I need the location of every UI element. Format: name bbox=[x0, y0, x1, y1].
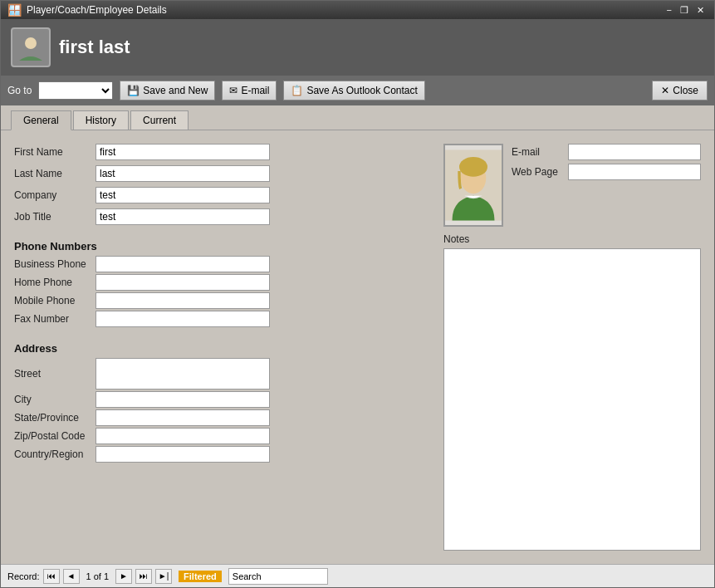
status-bar: Record: ⏮ ◄ 1 of 1 ► ⏭ ►| Filtered bbox=[1, 564, 714, 587]
street-row: Street bbox=[14, 358, 430, 390]
last-name-label: Last Name bbox=[14, 168, 89, 179]
header-icon bbox=[11, 27, 51, 67]
record-info: 1 of 1 bbox=[86, 571, 110, 581]
fax-label: Fax Number bbox=[14, 313, 89, 325]
svg-point-4 bbox=[459, 157, 487, 177]
save-and-new-button[interactable]: 💾 Save and New bbox=[120, 81, 215, 100]
address-section: Address Street City State/Province Zip/P… bbox=[14, 336, 430, 464]
email-web-group: E-mail Web Page bbox=[512, 144, 701, 184]
tabs-bar: General History Current bbox=[1, 105, 714, 130]
prev-record-button[interactable]: ◄ bbox=[63, 569, 80, 584]
header: first last bbox=[1, 19, 714, 76]
company-input[interactable] bbox=[95, 187, 270, 203]
street-input[interactable] bbox=[95, 358, 270, 390]
mobile-phone-row: Mobile Phone bbox=[14, 292, 430, 309]
tab-general[interactable]: General bbox=[11, 110, 71, 130]
home-phone-label: Home Phone bbox=[14, 277, 89, 288]
first-record-button[interactable]: ⏮ bbox=[43, 569, 60, 584]
toolbar: Go to 💾 Save and New ✉ E-mail 📋 Save As … bbox=[1, 76, 714, 105]
outlook-icon: 📋 bbox=[291, 85, 303, 96]
photo-area bbox=[443, 144, 503, 227]
email-input[interactable] bbox=[568, 144, 701, 160]
last-name-row: Last Name bbox=[14, 165, 430, 182]
city-label: City bbox=[14, 394, 89, 405]
notes-section: Notes bbox=[443, 233, 701, 551]
first-name-input[interactable] bbox=[95, 144, 270, 160]
zip-label: Zip/Postal Code bbox=[14, 430, 89, 442]
content-area: First Name Last Name Company Job Title bbox=[1, 130, 714, 564]
close-window-button[interactable]: ✕ bbox=[693, 5, 708, 16]
phone-section: Phone Numbers Business Phone Home Phone … bbox=[14, 233, 430, 329]
webpage-input[interactable] bbox=[568, 164, 701, 180]
address-section-title: Address bbox=[14, 342, 430, 355]
company-label: Company bbox=[14, 189, 89, 201]
new-record-button[interactable]: ►| bbox=[155, 569, 172, 584]
save-as-outlook-button[interactable]: 📋 Save As Outlook Contact bbox=[283, 81, 424, 100]
phone-section-title: Phone Numbers bbox=[14, 240, 430, 252]
restore-button[interactable]: ❒ bbox=[677, 5, 692, 16]
close-icon: ✕ bbox=[661, 85, 669, 96]
business-phone-label: Business Phone bbox=[14, 258, 89, 270]
basic-info-group: First Name Last Name Company Job Title bbox=[14, 144, 430, 227]
city-input[interactable] bbox=[95, 391, 270, 408]
next-record-button[interactable]: ► bbox=[115, 569, 132, 584]
job-title-input[interactable] bbox=[95, 208, 270, 225]
country-row: Country/Region bbox=[14, 446, 430, 463]
fax-input[interactable] bbox=[95, 311, 270, 327]
mobile-phone-input[interactable] bbox=[95, 292, 270, 309]
webpage-row: Web Page bbox=[512, 164, 701, 180]
state-input[interactable] bbox=[95, 409, 270, 426]
right-panel: E-mail Web Page Notes bbox=[443, 144, 701, 551]
mobile-phone-label: Mobile Phone bbox=[14, 295, 89, 306]
email-row: E-mail bbox=[512, 144, 701, 160]
fax-row: Fax Number bbox=[14, 311, 430, 327]
street-label: Street bbox=[14, 368, 89, 380]
state-label: State/Province bbox=[14, 412, 89, 424]
left-panel: First Name Last Name Company Job Title bbox=[14, 144, 430, 551]
title-bar-left: 🪟 Player/Coach/Employee Details bbox=[7, 3, 167, 17]
top-right-area: E-mail Web Page bbox=[443, 144, 701, 227]
notes-input[interactable] bbox=[443, 248, 701, 551]
window-title: Player/Coach/Employee Details bbox=[27, 4, 167, 16]
email-label: E-mail bbox=[512, 146, 561, 158]
search-input[interactable] bbox=[228, 568, 328, 585]
last-record-button[interactable]: ⏭ bbox=[135, 569, 152, 584]
webpage-label: Web Page bbox=[512, 166, 561, 178]
close-button[interactable]: ✕ Close bbox=[652, 81, 708, 100]
city-row: City bbox=[14, 391, 430, 408]
goto-label: Go to bbox=[7, 85, 32, 96]
record-title: first last bbox=[59, 37, 130, 58]
save-and-new-icon: 💾 bbox=[127, 85, 140, 96]
record-label: Record: bbox=[7, 571, 40, 581]
state-row: State/Province bbox=[14, 409, 430, 426]
job-title-row: Job Title bbox=[14, 208, 430, 225]
home-phone-input[interactable] bbox=[95, 274, 270, 291]
first-name-label: First Name bbox=[14, 146, 89, 158]
zip-row: Zip/Postal Code bbox=[14, 428, 430, 444]
business-phone-input[interactable] bbox=[95, 256, 270, 272]
job-title-label: Job Title bbox=[14, 211, 89, 223]
email-button[interactable]: ✉ E-mail bbox=[222, 81, 277, 100]
main-window: 🪟 Player/Coach/Employee Details − ❒ ✕ fi… bbox=[0, 0, 715, 588]
zip-input[interactable] bbox=[95, 428, 270, 444]
title-bar: 🪟 Player/Coach/Employee Details − ❒ ✕ bbox=[1, 1, 714, 19]
svg-point-1 bbox=[25, 37, 37, 49]
filtered-badge: Filtered bbox=[179, 571, 222, 582]
title-bar-controls: − ❒ ✕ bbox=[664, 5, 708, 16]
goto-dropdown[interactable] bbox=[38, 81, 113, 100]
company-row: Company bbox=[14, 187, 430, 203]
last-name-input[interactable] bbox=[95, 165, 270, 182]
minimize-button[interactable]: − bbox=[664, 5, 675, 16]
business-phone-row: Business Phone bbox=[14, 256, 430, 272]
country-label: Country/Region bbox=[14, 448, 89, 460]
home-phone-row: Home Phone bbox=[14, 274, 430, 291]
email-icon: ✉ bbox=[229, 85, 238, 96]
app-icon: 🪟 bbox=[7, 3, 22, 17]
tab-current[interactable]: Current bbox=[130, 110, 189, 130]
first-name-row: First Name bbox=[14, 144, 430, 160]
notes-label: Notes bbox=[443, 233, 701, 245]
country-input[interactable] bbox=[95, 446, 270, 463]
tab-history[interactable]: History bbox=[73, 110, 129, 130]
